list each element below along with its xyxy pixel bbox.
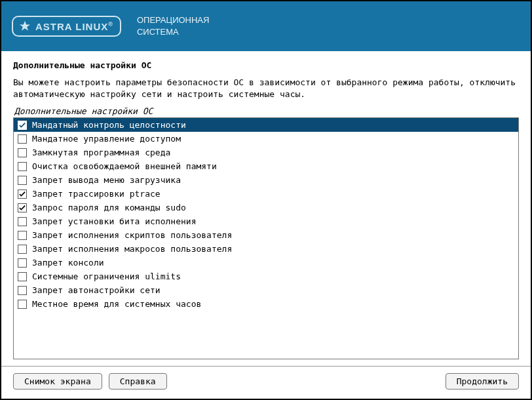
option-row[interactable]: Мандатный контроль целостности — [14, 118, 518, 132]
checkbox[interactable] — [18, 203, 27, 212]
checkbox[interactable] — [18, 286, 27, 295]
option-row[interactable]: Очистка освобождаемой внешней памяти — [14, 159, 518, 173]
option-row[interactable]: Запрет автонастройки сети — [14, 283, 518, 297]
checkbox[interactable] — [18, 148, 27, 157]
option-row[interactable]: Запрет исполнения скриптов пользователя — [14, 228, 518, 242]
option-row[interactable]: Мандатное управление доступом — [14, 132, 518, 146]
option-label: Запрет автонастройки сети — [32, 285, 161, 295]
option-row[interactable]: Запрет установки бита исполнения — [14, 214, 518, 228]
continue-button[interactable]: Продолжить — [446, 373, 519, 390]
option-label: Очистка освобождаемой внешней памяти — [32, 161, 217, 171]
checkbox[interactable] — [18, 162, 27, 171]
checkbox[interactable] — [18, 272, 27, 281]
option-row[interactable]: Системные ограничения ulimits — [14, 270, 518, 283]
option-label: Запрет трассировки ptrace — [32, 189, 161, 199]
checkbox[interactable] — [18, 258, 27, 268]
page-description: Вы можете настроить параметры безопаснос… — [13, 77, 519, 100]
checkbox[interactable] — [18, 176, 27, 185]
checkbox[interactable] — [18, 121, 27, 130]
checkbox[interactable] — [18, 231, 27, 240]
option-label: Мандатное управление доступом — [32, 134, 181, 144]
page-title: Дополнительные настройки ОС — [13, 60, 519, 70]
option-label: Местное время для системных часов — [32, 299, 201, 309]
option-label: Мандатный контроль целостности — [32, 120, 186, 130]
option-label: Системные ограничения ulimits — [32, 271, 181, 281]
option-row[interactable]: Местное время для системных часов — [14, 297, 518, 311]
logo: ASTRA LINUX® — [12, 16, 121, 37]
checkbox[interactable] — [18, 217, 27, 226]
option-row[interactable]: Запрет вывода меню загрузчика — [14, 173, 518, 187]
star-icon — [18, 20, 31, 33]
option-label: Запрет исполнения макросов пользователя — [32, 244, 232, 254]
screenshot-button[interactable]: Снимок экрана — [13, 373, 102, 390]
option-row[interactable]: Замкнутая программная среда — [14, 146, 518, 159]
section-label: Дополнительные настройки ОС — [13, 106, 519, 116]
installer-window: ASTRA LINUX® ОПЕРАЦИОННАЯ СИСТЕМА Дополн… — [0, 0, 532, 400]
content: Дополнительные настройки ОС Вы можете на… — [1, 51, 531, 366]
checkbox[interactable] — [18, 190, 27, 199]
option-label: Запрет вывода меню загрузчика — [32, 175, 181, 185]
option-row[interactable]: Запрет исполнения макросов пользователя — [14, 242, 518, 256]
option-label: Запрос пароля для команды sudo — [32, 203, 186, 212]
option-label: Запрет исполнения скриптов пользователя — [32, 230, 232, 240]
option-row[interactable]: Запрет консоли — [14, 256, 518, 270]
header: ASTRA LINUX® ОПЕРАЦИОННАЯ СИСТЕМА — [1, 1, 531, 51]
checkbox[interactable] — [18, 300, 27, 309]
logo-text: ASTRA LINUX® — [35, 21, 113, 32]
option-label: Запрет консоли — [32, 258, 104, 268]
option-label: Запрет установки бита исполнения — [32, 216, 196, 226]
checkbox[interactable] — [18, 134, 27, 144]
help-button[interactable]: Справка — [109, 373, 167, 390]
options-panel[interactable]: Мандатный контроль целостностиМандатное … — [13, 117, 519, 359]
header-subtitle: ОПЕРАЦИОННАЯ СИСТЕМА — [137, 14, 210, 37]
footer: Снимок экрана Справка Продолжить — [1, 366, 531, 399]
option-label: Замкнутая программная среда — [32, 148, 170, 157]
checkbox[interactable] — [18, 245, 27, 254]
option-row[interactable]: Запрет трассировки ptrace — [14, 187, 518, 201]
option-row[interactable]: Запрос пароля для команды sudo — [14, 201, 518, 214]
